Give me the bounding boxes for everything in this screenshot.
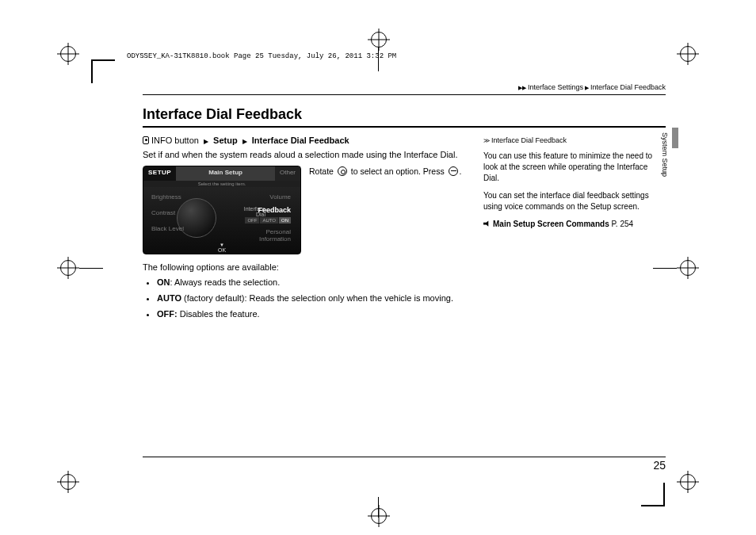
page-title: Interface Dial Feedback <box>143 106 666 128</box>
option-on-desc: : Always reads the selection. <box>170 277 281 287</box>
sidebar-para-2: You can set the interface dial feedback … <box>483 190 666 212</box>
options-intro: The following options are available: <box>143 262 469 272</box>
screenshot-opt-feedback: Feedback <box>258 206 291 214</box>
option-on-name: ON <box>157 277 170 287</box>
source-file-info: ODYSSEY_KA-31TK8810.book Page 25 Tuesday… <box>127 52 396 60</box>
rotate-dial-icon <box>338 166 347 176</box>
sidebar-ref-label: Main Setup Screen Commands <box>493 220 609 228</box>
screenshot-opt-brightness: Brightness <box>151 193 181 201</box>
option-on: ON: Always reads the selection. <box>157 277 469 289</box>
sidebar-para-1: You can use this feature to minimize the… <box>483 151 666 184</box>
screenshot-opt-volume: Volume <box>269 193 291 201</box>
voice-command-icon <box>483 220 491 227</box>
main-column: INFO button Setup Interface Dial Feedbac… <box>143 136 469 324</box>
crop-tick-icon <box>79 268 103 269</box>
screenshot-toggle: OFF AUTO ON <box>245 217 291 224</box>
crop-corner-icon <box>641 483 665 506</box>
screenshot-opt-contrast: Contrast <box>151 209 175 216</box>
option-off-desc: Disables the feature. <box>178 309 260 319</box>
path-arrow-icon <box>201 136 211 145</box>
option-auto-desc: (factory default): Reads the selection o… <box>181 293 453 303</box>
option-off: OFF: Disables the feature. <box>157 308 469 320</box>
section-tab-label: System Setup <box>661 132 669 177</box>
crop-mark-icon <box>57 257 79 279</box>
instruction-text: Rotate to select an option. Press . <box>309 166 469 254</box>
info-button-icon <box>143 136 149 144</box>
screenshot-toggle-off: OFF <box>245 217 259 224</box>
path-step-setup: Setup <box>213 136 238 145</box>
page-number: 25 <box>143 457 666 472</box>
crop-mark-icon <box>677 43 699 65</box>
screenshot-subline: Select the setting item. <box>143 181 300 187</box>
crop-corner-icon <box>91 59 115 83</box>
section-tab-bar-icon <box>672 128 678 148</box>
breadcrumb-arrows-icon <box>518 83 528 91</box>
screenshot-opt-personal: Personal Information <box>259 228 291 243</box>
section-tab: System Setup <box>659 128 670 182</box>
screenshot-tab-other: Other <box>275 166 300 181</box>
sidebar-reference: Main Setup Screen Commands P. 254 <box>483 219 666 230</box>
page-content: Interface SettingsInterface Dial Feedbac… <box>143 83 666 480</box>
crop-mark-icon <box>677 471 699 493</box>
screenshot-toggle-on: ON <box>279 217 291 224</box>
breadcrumb-page: Interface Dial Feedback <box>590 83 666 91</box>
screenshot-opt-blacklevel: Black Level <box>151 225 184 232</box>
path-arrow-icon <box>240 136 250 145</box>
breadcrumb-sep-icon <box>583 83 590 91</box>
instr-rotate: Rotate <box>309 166 334 176</box>
breadcrumb: Interface SettingsInterface Dial Feedbac… <box>143 83 666 95</box>
push-dial-icon <box>449 166 458 176</box>
option-auto: AUTO (factory default): Reads the select… <box>157 292 469 304</box>
crop-tick-icon <box>378 497 379 518</box>
instr-select: to select an option. Press <box>351 166 445 176</box>
setup-screen-illustration: SETUP Main Setup Other Select the settin… <box>143 166 301 254</box>
lead-text: Set if and when the system reads aloud a… <box>143 150 469 159</box>
breadcrumb-section: Interface Settings <box>528 83 583 91</box>
page-number-value: 25 <box>653 459 666 472</box>
options-list: ON: Always reads the selection. AUTO (fa… <box>143 277 469 320</box>
sidebar-title: Interface Dial Feedback <box>483 136 666 146</box>
crop-mark-icon <box>368 505 390 527</box>
crop-mark-icon <box>57 471 79 493</box>
crop-mark-icon <box>57 43 79 65</box>
screenshot-ok: OK <box>218 243 226 253</box>
sidebar-column: Interface Dial Feedback You can use this… <box>483 136 666 324</box>
sidebar-ref-page: P. 254 <box>611 220 633 228</box>
option-auto-name: AUTO <box>157 293 181 303</box>
path-step-feedback: Interface Dial Feedback <box>252 136 349 145</box>
screenshot-tab-main: Main Setup <box>176 166 275 181</box>
path-button: INFO button <box>151 136 199 145</box>
crop-mark-icon <box>677 257 699 279</box>
screenshot-toggle-auto: AUTO <box>260 217 278 224</box>
screenshot-tab-setup: SETUP <box>143 166 176 181</box>
crop-mark-icon <box>368 29 390 51</box>
instr-end: . <box>460 166 462 176</box>
option-off-name: OFF: <box>157 309 178 319</box>
navigation-path: INFO button Setup Interface Dial Feedbac… <box>143 136 469 145</box>
